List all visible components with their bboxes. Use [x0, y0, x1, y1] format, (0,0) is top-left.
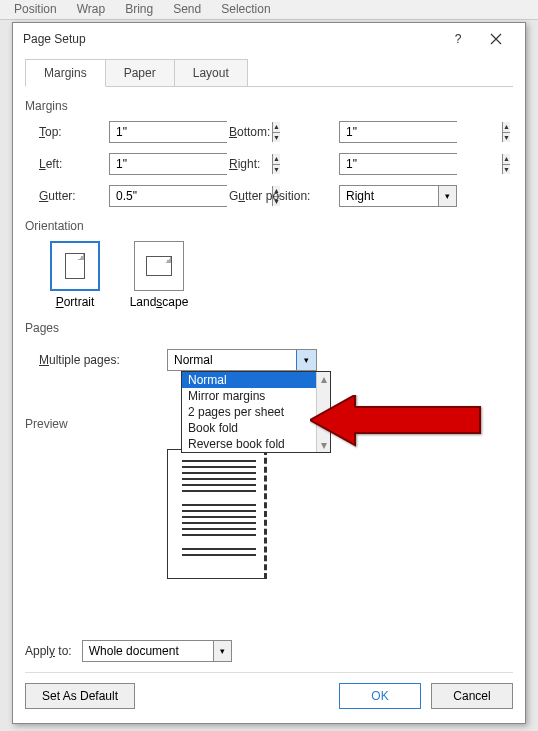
gutter-label: Gutter:	[39, 189, 109, 203]
left-label: Left:	[39, 157, 109, 171]
preview-area	[167, 449, 513, 579]
close-icon	[490, 33, 502, 45]
multiple-pages-dropdown: Normal Mirror margins 2 pages per sheet …	[181, 371, 331, 453]
tab-margins[interactable]: Margins	[25, 59, 106, 87]
titlebar: Page Setup ?	[13, 23, 525, 55]
spin-up-icon[interactable]: ▲	[503, 154, 510, 165]
ok-button[interactable]: OK	[339, 683, 421, 709]
option-normal[interactable]: Normal	[182, 372, 330, 388]
orientation-landscape[interactable]: Landscape	[123, 241, 195, 309]
option-mirror-margins[interactable]: Mirror margins	[182, 388, 330, 404]
bottom-label: Bottom:	[229, 125, 339, 139]
orientation-group: Portrait Landscape	[39, 241, 513, 309]
tab-layout[interactable]: Layout	[174, 59, 248, 87]
orientation-portrait[interactable]: Portrait	[39, 241, 111, 309]
ribbon-item: Bring	[119, 2, 159, 17]
option-book-fold[interactable]: Book fold	[182, 420, 330, 436]
orientation-heading: Orientation	[25, 219, 513, 233]
margins-heading: Margins	[25, 99, 513, 113]
multiple-pages-label: Multiple pages:	[39, 353, 167, 367]
preview-page-icon	[167, 449, 267, 579]
apply-to-select[interactable]: Whole document ▾	[82, 640, 232, 662]
landscape-icon	[146, 256, 172, 276]
dropdown-scrollbar[interactable]: ▴▾	[316, 372, 330, 452]
help-button[interactable]: ?	[439, 25, 477, 53]
option-2-pages-per-sheet[interactable]: 2 pages per sheet	[182, 404, 330, 420]
spin-down-icon[interactable]: ▼	[503, 133, 510, 143]
bottom-input[interactable]	[340, 122, 502, 142]
right-label: Right:	[229, 157, 339, 171]
page-setup-dialog: Page Setup ? Margins Paper Layout Margin…	[12, 22, 526, 724]
spin-up-icon[interactable]: ▲	[503, 122, 510, 133]
ribbon-item: Send	[167, 2, 207, 17]
bottom-spinner[interactable]: ▲▼	[339, 121, 457, 143]
gutter-position-value: Right	[340, 186, 438, 206]
gutter-position-select[interactable]: Right ▾	[339, 185, 457, 207]
gutter-spinner[interactable]: ▲▼	[109, 185, 227, 207]
margins-grid: Top: ▲▼ Bottom: ▲▼ Left: ▲▼ Right: ▲▼ Gu…	[39, 121, 513, 207]
top-spinner[interactable]: ▲▼	[109, 121, 227, 143]
ribbon-item: Selection	[215, 2, 276, 17]
background-ribbon: Position Wrap Bring Send Selection	[0, 0, 538, 20]
set-as-default-button[interactable]: Set As Default	[25, 683, 135, 709]
dialog-title: Page Setup	[23, 32, 439, 46]
tab-strip: Margins Paper Layout	[25, 59, 513, 87]
apply-to-value: Whole document	[83, 641, 213, 661]
landscape-label: Landscape	[123, 295, 195, 309]
top-label: Top:	[39, 125, 109, 139]
multiple-pages-row: Multiple pages: Normal ▾ Normal Mirror m…	[39, 349, 513, 371]
multiple-pages-select[interactable]: Normal ▾	[167, 349, 317, 371]
ribbon-item: Position	[8, 2, 63, 17]
apply-to-row: Apply to: Whole document ▾	[25, 626, 513, 662]
chevron-down-icon[interactable]: ▾	[296, 350, 316, 370]
multiple-pages-value: Normal	[168, 350, 296, 370]
spin-down-icon[interactable]: ▼	[503, 165, 510, 175]
chevron-down-icon[interactable]: ▾	[438, 186, 456, 206]
right-spinner[interactable]: ▲▼	[339, 153, 457, 175]
apply-to-label: Apply to:	[25, 644, 72, 658]
close-button[interactable]	[477, 25, 515, 53]
tab-paper[interactable]: Paper	[105, 59, 175, 87]
ribbon-item: Wrap	[71, 2, 111, 17]
gutter-position-label: Gutter position:	[229, 189, 339, 203]
portrait-label: Portrait	[39, 295, 111, 309]
left-spinner[interactable]: ▲▼	[109, 153, 227, 175]
pages-heading: Pages	[25, 321, 513, 335]
option-reverse-book-fold[interactable]: Reverse book fold	[182, 436, 330, 452]
portrait-icon	[65, 253, 85, 279]
right-input[interactable]	[340, 154, 502, 174]
cancel-button[interactable]: Cancel	[431, 683, 513, 709]
chevron-down-icon[interactable]: ▾	[213, 641, 231, 661]
dialog-footer: Set As Default OK Cancel	[25, 673, 513, 713]
